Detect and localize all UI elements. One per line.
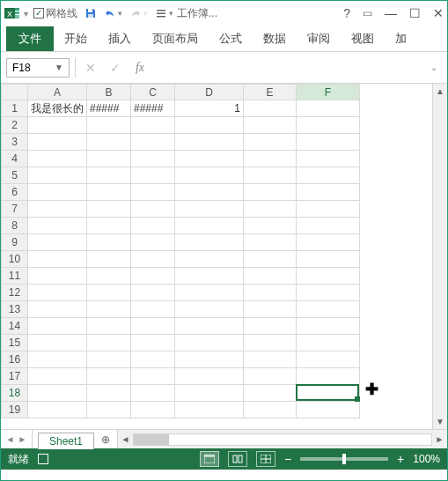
list-button[interactable]: ▾ [155, 7, 173, 19]
cell-A4[interactable] [28, 151, 87, 167]
cell-E14[interactable] [244, 318, 297, 335]
cell-B13[interactable] [87, 301, 131, 318]
row-header-14[interactable]: 14 [2, 318, 28, 335]
cell-C4[interactable] [131, 151, 175, 167]
gridlines-toggle[interactable]: ✓ 网格线 [33, 6, 77, 21]
cell-E17[interactable] [244, 368, 297, 385]
enter-formula-button[interactable]: ✓ [106, 58, 125, 78]
formula-input[interactable] [155, 58, 421, 78]
cell-C5[interactable] [131, 167, 175, 184]
cell-A3[interactable] [28, 134, 87, 151]
cell-F13[interactable] [297, 301, 360, 318]
cell-B5[interactable] [87, 167, 131, 184]
cell-B2[interactable] [87, 117, 131, 134]
tab-view[interactable]: 视图 [341, 26, 385, 51]
tab-insert[interactable]: 插入 [98, 26, 142, 51]
cell-F1[interactable] [297, 100, 360, 117]
ribbon-display-button[interactable]: ▭ [363, 7, 372, 19]
scroll-down-button[interactable]: ▼ [433, 414, 447, 429]
row-header-5[interactable]: 5 [2, 167, 28, 184]
row-header-15[interactable]: 15 [2, 335, 28, 352]
cell-C6[interactable] [131, 184, 175, 201]
redo-button[interactable]: ▾ [129, 7, 148, 19]
expand-formula-bar-button[interactable]: ⌄ [426, 63, 442, 72]
cell-E2[interactable] [244, 117, 297, 134]
sheet-tab-sheet1[interactable]: Sheet1 [38, 433, 94, 449]
cell-E4[interactable] [244, 151, 297, 167]
cell-D2[interactable] [175, 117, 244, 134]
scroll-left-button[interactable]: ◄ [118, 434, 133, 444]
cell-E1[interactable] [244, 100, 297, 117]
cell-C2[interactable] [131, 117, 175, 134]
maximize-button[interactable]: ☐ [409, 6, 421, 20]
cell-B10[interactable] [87, 251, 131, 268]
cell-D7[interactable] [175, 201, 244, 218]
zoom-slider-thumb[interactable] [342, 454, 346, 464]
row-header-2[interactable]: 2 [2, 117, 28, 134]
sheet-prev-icon[interactable]: ◄ [6, 434, 15, 444]
cell-B3[interactable] [87, 134, 131, 151]
row-header-11[interactable]: 11 [2, 268, 28, 285]
cell-D8[interactable] [175, 218, 244, 234]
cell-F4[interactable] [297, 151, 360, 167]
qat-dropdown-icon[interactable]: ▾ [24, 9, 28, 18]
close-button[interactable]: ✕ [433, 6, 444, 20]
cell-C11[interactable] [131, 268, 175, 285]
scroll-right-button[interactable]: ► [432, 434, 447, 444]
sheet-next-icon[interactable]: ► [18, 434, 27, 444]
cell-A8[interactable] [28, 218, 87, 234]
cell-A16[interactable] [28, 352, 87, 368]
cell-C8[interactable] [131, 218, 175, 234]
undo-button[interactable]: ▾ [104, 7, 122, 19]
cell-E11[interactable] [244, 268, 297, 285]
hscroll-track[interactable] [133, 433, 432, 446]
cell-E7[interactable] [244, 201, 297, 218]
cell-E5[interactable] [244, 167, 297, 184]
cell-B18[interactable] [87, 385, 131, 402]
cell-A12[interactable] [28, 285, 87, 301]
view-page-break-button[interactable] [256, 451, 275, 467]
row-header-4[interactable]: 4 [2, 151, 28, 167]
cell-D6[interactable] [175, 184, 244, 201]
row-header-19[interactable]: 19 [2, 402, 28, 418]
vscroll-track[interactable] [433, 99, 447, 414]
cell-C15[interactable] [131, 335, 175, 352]
cell-C14[interactable] [131, 318, 175, 335]
cell-F15[interactable] [297, 335, 360, 352]
cell-A1[interactable]: 我是很长的 [28, 100, 87, 117]
col-header-A[interactable]: A [28, 85, 87, 100]
cell-F3[interactable] [297, 134, 360, 151]
new-sheet-button[interactable]: ⊕ [94, 430, 117, 448]
zoom-level[interactable]: 100% [413, 453, 440, 465]
cell-F6[interactable] [297, 184, 360, 201]
hscroll-thumb[interactable] [134, 434, 169, 445]
cell-B1[interactable]: ##### [87, 100, 131, 117]
cell-D9[interactable] [175, 234, 244, 251]
cell-D19[interactable] [175, 402, 244, 418]
vertical-scrollbar[interactable]: ▲ ▼ [432, 84, 447, 429]
cell-E9[interactable] [244, 234, 297, 251]
cell-A18[interactable] [28, 385, 87, 402]
cell-A17[interactable] [28, 368, 87, 385]
zoom-in-button[interactable]: + [397, 452, 404, 466]
cell-C10[interactable] [131, 251, 175, 268]
col-header-F[interactable]: F [297, 85, 360, 100]
cell-D17[interactable] [175, 368, 244, 385]
cell-D11[interactable] [175, 268, 244, 285]
cell-B7[interactable] [87, 201, 131, 218]
cell-E3[interactable] [244, 134, 297, 151]
zoom-out-button[interactable]: − [284, 452, 291, 466]
cell-A6[interactable] [28, 184, 87, 201]
cell-D1[interactable]: 1 [175, 100, 244, 117]
cell-B15[interactable] [87, 335, 131, 352]
cell-C17[interactable] [131, 368, 175, 385]
view-page-layout-button[interactable] [228, 451, 247, 467]
cell-C18[interactable] [131, 385, 175, 402]
cell-D13[interactable] [175, 301, 244, 318]
view-normal-button[interactable] [200, 451, 219, 467]
cell-C19[interactable] [131, 402, 175, 418]
cell-A7[interactable] [28, 201, 87, 218]
cell-F18[interactable] [297, 385, 360, 402]
cell-B9[interactable] [87, 234, 131, 251]
cell-B14[interactable] [87, 318, 131, 335]
